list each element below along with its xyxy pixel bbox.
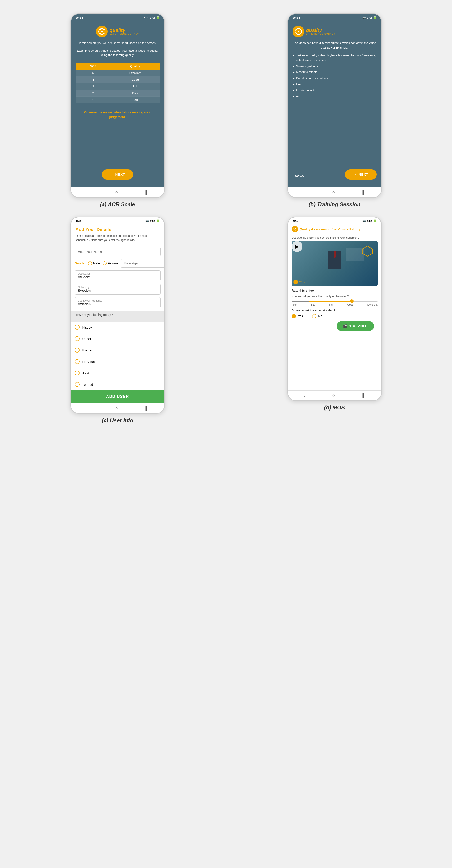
happy-label: Happy: [82, 326, 92, 329]
back-nav-a[interactable]: ‹: [87, 190, 88, 195]
mos-col-header: MOS: [76, 63, 111, 70]
next-button-b[interactable]: → NEXT: [345, 169, 376, 180]
menu-nav-a[interactable]: |||: [145, 190, 148, 195]
video-watermark: quality SURVEY: [293, 280, 305, 284]
video-thumbnail[interactable]: ▶ quality S: [292, 241, 377, 286]
country-field[interactable]: Country Of Residence Sweden: [75, 297, 161, 308]
female-radio[interactable]: Female: [103, 261, 118, 266]
fullscreen-icon[interactable]: ⛶: [372, 280, 376, 284]
bullet-6: ▶ Frizzing effect: [292, 88, 377, 93]
phone-frame-c: 3:36 📷 60% 🔋 Add Your Details These deta…: [70, 217, 165, 414]
occupation-label: Occupation: [78, 272, 157, 275]
tensed-label: Tensed: [82, 383, 93, 386]
nationality-label: Nationality: [78, 286, 157, 288]
gender-label: Gender: [75, 261, 86, 265]
status-icons-d: 📷 68% 🔋: [363, 219, 376, 222]
yes-label: Yes: [298, 314, 303, 318]
home-nav-d[interactable]: ○: [332, 393, 335, 398]
status-time-b: 10:14: [292, 16, 300, 19]
status-bar-a: 10:14 ✴ ⇡ 87% 🔋: [71, 14, 164, 20]
mos-logo-small: [292, 226, 298, 232]
feeling-alert[interactable]: Alert: [71, 367, 164, 379]
next-video-button[interactable]: 🎬 NEXT VIDEO: [337, 321, 374, 331]
yes-option[interactable]: Yes: [292, 314, 303, 318]
play-button[interactable]: ▶: [292, 241, 303, 252]
alert-label: Alert: [82, 371, 89, 375]
feeling-happy[interactable]: Happy: [71, 321, 164, 333]
rate-section: Rate this video How would you rate the q…: [288, 286, 381, 321]
mos-title-text: Quality Assessment | 1st Video - Johnny: [300, 227, 360, 231]
bullet-5: ▶ Halo: [292, 82, 377, 87]
back-nav-c[interactable]: ‹: [87, 406, 88, 411]
training-desc: The video can have different artifacts, …: [292, 41, 377, 50]
next-video-label: NEXT VIDEO: [348, 324, 368, 328]
back-nav-d[interactable]: ‹: [304, 393, 305, 398]
menu-nav-c[interactable]: |||: [145, 406, 148, 411]
svg-point-20: [295, 282, 296, 282]
userinfo-header: Add Your Details These details are only …: [71, 223, 164, 247]
feeling-question: How are you feeling today?: [75, 313, 161, 317]
menu-nav-b[interactable]: |||: [362, 190, 365, 195]
back-button-b[interactable]: ‹ BACK: [292, 174, 304, 178]
logo-subtitle-b: EXPERIENCE SURVEY: [306, 33, 336, 35]
logo-icon-a: [96, 26, 108, 37]
feeling-section: How are you feeling today?: [71, 311, 164, 321]
person-tie: [334, 251, 336, 258]
status-bar-d: 2:40 📷 68% 🔋: [288, 217, 381, 223]
back-nav-b[interactable]: ‹: [304, 190, 305, 195]
nervous-label: Nervous: [82, 360, 95, 364]
bullet-3: ▶ Mosquito effects: [292, 70, 377, 74]
logo-subtitle-a: EXPERIENCE SURVEY: [110, 33, 139, 35]
mos-table: MOS Quality 5 Excellent 4 Good: [76, 63, 160, 103]
male-circle: [88, 261, 92, 266]
no-option[interactable]: No: [312, 314, 322, 318]
desc2-a: Each time when a video is played, you ha…: [76, 49, 160, 57]
status-bar-b: 10:14 📷 87% 🔋: [288, 14, 381, 20]
svg-point-4: [100, 33, 101, 34]
play-icon: ▶: [295, 244, 299, 249]
country-value: Sweden: [78, 302, 91, 306]
svg-point-10: [296, 33, 297, 34]
add-user-button[interactable]: ADD USER: [71, 390, 164, 403]
screen-b-wrapper: 10:14 📷 87% 🔋: [226, 9, 443, 212]
occupation-field[interactable]: Occupation Student: [75, 270, 161, 281]
feeling-upset[interactable]: Upset: [71, 333, 164, 344]
bottom-nav-b: ‹ ○ |||: [288, 187, 381, 197]
rate-title: Rate this video: [292, 289, 377, 292]
female-label: Female: [108, 261, 118, 265]
svg-point-17: [295, 230, 296, 230]
bottom-nav-a: ‹ ○ |||: [71, 187, 164, 197]
svg-marker-18: [362, 246, 372, 256]
nationality-field[interactable]: Nationality Sweden: [75, 284, 161, 294]
home-nav-b[interactable]: ○: [332, 190, 335, 195]
status-icons-b: 📷 87% 🔋: [363, 16, 376, 19]
svg-point-14: [293, 228, 294, 229]
screen-a-wrapper: 10:14 ✴ ⇡ 87% 🔋: [9, 9, 226, 212]
next-button-a[interactable]: → NEXT: [102, 169, 133, 180]
logo-title-b: quality: [306, 28, 336, 33]
mos-header: Quality Assessment | 1st Video - Johnny: [288, 223, 381, 235]
quality-labels: Poor Bad Fair Good Excellent: [292, 303, 377, 306]
svg-point-16: [293, 230, 294, 230]
bullet-list-b: ▶ Jerkiness- Jerky video playback is cau…: [292, 53, 377, 100]
watermark-icon: [293, 280, 298, 284]
bullet-7: ▶ etc: [292, 94, 377, 99]
male-radio[interactable]: Male: [88, 261, 100, 266]
add-details-title: Add Your Details: [76, 227, 160, 232]
country-label: Country Of Residence: [78, 299, 157, 302]
age-input[interactable]: [120, 259, 164, 268]
male-label: Male: [93, 261, 100, 265]
watermark-text: quality SURVEY: [299, 280, 305, 284]
menu-nav-d[interactable]: |||: [362, 393, 365, 398]
feeling-excited[interactable]: Excited: [71, 344, 164, 356]
feeling-tensed[interactable]: Tensed: [71, 379, 164, 390]
name-input[interactable]: [75, 247, 161, 256]
home-nav-c[interactable]: ○: [115, 406, 118, 411]
quality-col-header: Quality: [111, 63, 160, 70]
next-arrow-a: →: [110, 173, 113, 176]
home-nav-a[interactable]: ○: [115, 190, 118, 195]
happy-circle: [75, 325, 80, 330]
slider-thumb[interactable]: [350, 299, 354, 303]
feeling-nervous[interactable]: Nervous: [71, 356, 164, 367]
status-time-d: 2:40: [292, 219, 299, 222]
